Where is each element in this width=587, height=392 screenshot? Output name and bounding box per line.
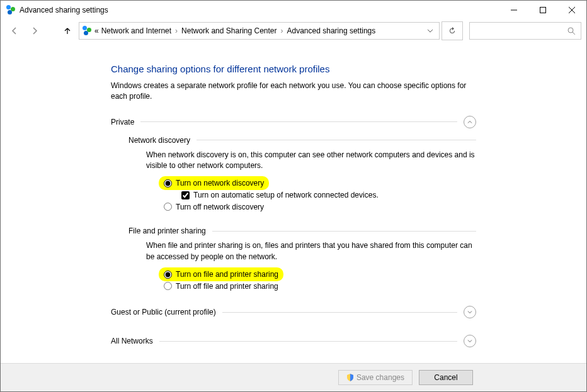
up-button[interactable] — [59, 22, 76, 40]
network-discovery-header: Network discovery — [128, 136, 476, 145]
chevron-up-icon[interactable] — [464, 116, 476, 128]
content-area: Change sharing options for different net… — [1, 46, 586, 363]
svg-rect-1 — [540, 8, 546, 13]
file-printer-label: File and printer sharing — [128, 227, 206, 235]
refresh-button[interactable] — [442, 21, 463, 40]
breadcrumb-prefix: « — [94, 26, 99, 35]
profile-private-header[interactable]: Private — [111, 116, 476, 128]
nav-row: « Network and Internet › Network and Sha… — [1, 20, 586, 46]
page-subtext: Windows creates a separate network profi… — [111, 81, 476, 102]
profile-all-header[interactable]: All Networks — [111, 335, 476, 347]
auto-setup-label: Turn on automatic setup of network conne… — [193, 189, 379, 201]
file-printer-header: File and printer sharing — [128, 227, 476, 235]
window-title: Advanced sharing settings — [20, 6, 108, 14]
address-dropdown[interactable] — [424, 28, 436, 34]
chevron-down-icon[interactable] — [464, 335, 476, 347]
svg-point-4 — [568, 28, 573, 33]
control-panel-icon — [82, 26, 92, 36]
file-printer-desc: When file and printer sharing is on, fil… — [146, 240, 476, 262]
network-discovery-label: Network discovery — [128, 136, 190, 145]
back-button[interactable] — [6, 22, 23, 40]
file-printer-off-label: Turn off file and printer sharing — [176, 281, 278, 293]
network-discovery-on-radio[interactable] — [164, 179, 172, 188]
file-printer-on-label: Turn on file and printer sharing — [176, 269, 278, 281]
cancel-label: Cancel — [434, 373, 457, 382]
profile-guest-label: Guest or Public (current profile) — [111, 308, 216, 316]
bottom-bar: Save changes Cancel — [1, 363, 586, 391]
page-heading: Change sharing options for different net… — [111, 64, 476, 74]
minimize-button[interactable] — [499, 1, 528, 20]
svg-line-5 — [573, 32, 575, 35]
control-panel-icon — [6, 5, 16, 15]
close-button[interactable] — [557, 1, 586, 20]
auto-setup-checkbox[interactable] — [181, 191, 190, 199]
shield-icon — [346, 374, 354, 381]
chevron-right-icon[interactable]: › — [280, 26, 285, 35]
profile-guest-header[interactable]: Guest or Public (current profile) — [111, 306, 476, 318]
network-discovery-desc: When network discovery is on, this compu… — [146, 150, 476, 172]
maximize-button[interactable] — [528, 1, 557, 20]
cancel-button[interactable]: Cancel — [419, 370, 473, 385]
search-icon — [567, 27, 576, 35]
breadcrumb-item[interactable]: Network and Internet — [101, 26, 171, 35]
chevron-down-icon[interactable] — [464, 306, 476, 318]
network-discovery-off-radio[interactable] — [164, 203, 172, 211]
profile-all-label: All Networks — [111, 337, 153, 345]
breadcrumb-item[interactable]: Advanced sharing settings — [287, 26, 376, 35]
save-changes-label: Save changes — [356, 373, 404, 382]
search-box[interactable] — [469, 22, 581, 40]
forward-button[interactable] — [26, 22, 43, 40]
profile-private-label: Private — [111, 118, 134, 126]
breadcrumb-item[interactable]: Network and Sharing Center — [181, 26, 276, 35]
file-printer-off-radio[interactable] — [164, 282, 172, 290]
titlebar: Advanced sharing settings — [1, 1, 586, 20]
file-printer-on-radio[interactable] — [164, 271, 172, 279]
network-discovery-off-label: Turn off network discovery — [176, 201, 264, 213]
network-discovery-on-label: Turn on network discovery — [176, 177, 264, 189]
chevron-right-icon[interactable]: › — [174, 26, 179, 35]
save-changes-button[interactable]: Save changes — [338, 370, 413, 385]
address-bar[interactable]: « Network and Internet › Network and Sha… — [79, 22, 440, 40]
